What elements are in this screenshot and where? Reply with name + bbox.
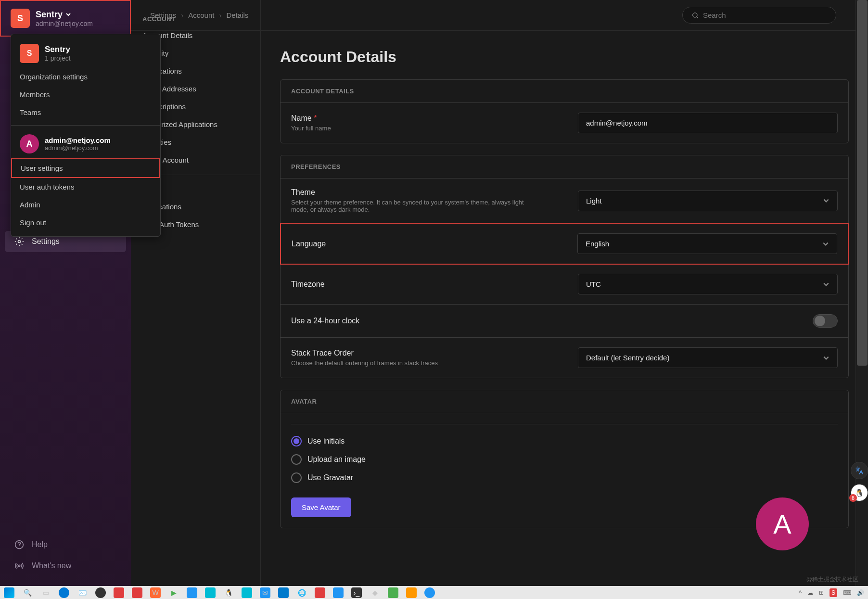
panel-header: PREFERENCES	[281, 155, 848, 178]
chevron-right-icon: ›	[181, 11, 183, 19]
dropdown-item-user-auth-tokens[interactable]: User auth tokens	[11, 178, 160, 196]
org-badge: S	[11, 9, 30, 28]
svg-point-6	[693, 13, 697, 17]
watermark: @稀土掘金技术社区	[806, 575, 858, 584]
name-label: Name *	[291, 114, 578, 123]
name-input[interactable]	[578, 113, 838, 133]
app-icon[interactable]	[205, 587, 216, 598]
radio-icon	[291, 436, 302, 446]
language-label: Language	[292, 240, 577, 248]
assistant-badge[interactable]: 🐧 8	[851, 484, 868, 501]
app-icon[interactable]: 🐧	[223, 587, 234, 598]
clock-toggle[interactable]	[813, 314, 838, 328]
sidebar-item-whats-new[interactable]: What's new	[0, 555, 131, 576]
app-icon[interactable]	[187, 587, 197, 598]
dropdown-org-header[interactable]: S Sentry 1 project	[11, 39, 160, 68]
radio-icon	[291, 454, 302, 465]
stack-select[interactable]: Default (let Sentry decide)	[578, 347, 838, 368]
dropdown-item-teams[interactable]: Teams	[11, 103, 160, 121]
dropdown-item-members[interactable]: Members	[11, 86, 160, 103]
timezone-value: UTC	[586, 280, 601, 288]
theme-value: Light	[586, 197, 602, 205]
app-icon[interactable]	[242, 587, 252, 598]
radio-use-gravatar[interactable]: Use Gravatar	[291, 472, 838, 483]
language-value: English	[586, 240, 609, 248]
radio-label: Upload an image	[307, 455, 366, 464]
org-badge-icon: S	[20, 44, 39, 63]
clock-label: Use a 24-hour clock	[291, 317, 813, 325]
tray-chevron-icon[interactable]: ^	[799, 589, 802, 596]
avatar-preview: A	[756, 497, 809, 550]
app-icon[interactable]: W	[150, 587, 161, 598]
sidebar-item-help[interactable]: Help	[0, 534, 131, 555]
stack-label: Stack Trace Order	[291, 349, 578, 357]
terminal-icon[interactable]: ›_	[351, 587, 362, 598]
chevron-right-icon: ›	[219, 11, 221, 19]
search-icon	[691, 12, 699, 19]
tray-keyboard-icon[interactable]: ⌨	[843, 589, 851, 596]
tray-cloud-icon[interactable]: ☁	[807, 589, 813, 596]
language-select[interactable]: English	[577, 233, 837, 254]
radio-upload-image[interactable]: Upload an image	[291, 454, 838, 465]
app-icon[interactable]	[315, 587, 325, 598]
gear-icon	[14, 237, 24, 246]
theme-select[interactable]: Light	[578, 191, 838, 211]
chevron-down-icon	[823, 355, 830, 361]
search-input[interactable]	[703, 11, 827, 19]
dropdown-item-org-settings[interactable]: Organization settings	[11, 68, 160, 86]
app-icon[interactable]	[406, 587, 417, 598]
radio-label: Use initials	[307, 437, 345, 446]
topbar: Settings › Account › Details	[131, 0, 855, 31]
edge-icon[interactable]	[59, 587, 69, 598]
vscode-icon[interactable]	[278, 587, 289, 598]
translate-badge[interactable]	[851, 462, 868, 479]
badge-count: 8	[849, 494, 857, 502]
tray-ime-icon[interactable]: S	[830, 588, 837, 597]
dropdown-user-sub: admin@netjoy.com	[45, 144, 111, 152]
translate-icon	[855, 466, 864, 475]
app-icon[interactable]	[95, 587, 106, 598]
task-view-button[interactable]: ▭	[40, 587, 51, 598]
start-button[interactable]	[4, 587, 14, 598]
panel-header: ACCOUNT DETAILS	[281, 80, 848, 103]
app-icon[interactable]	[132, 587, 142, 598]
page-title: Account Details	[280, 48, 849, 66]
app-icon[interactable]: ✉	[260, 587, 270, 598]
chevron-down-icon	[823, 281, 830, 288]
dropdown-item-user-settings[interactable]: User settings	[11, 158, 160, 178]
app-icon[interactable]	[388, 587, 398, 598]
help-icon	[14, 540, 24, 549]
chevron-down-icon	[823, 197, 830, 204]
dropdown-item-sign-out[interactable]: Sign out	[11, 214, 160, 231]
breadcrumb-account[interactable]: Account	[188, 11, 214, 19]
app-icon[interactable]	[114, 587, 124, 598]
radio-use-initials[interactable]: Use initials	[291, 436, 838, 446]
panel-header: AVATAR	[281, 390, 848, 413]
timezone-label: Timezone	[291, 280, 578, 289]
save-avatar-button[interactable]: Save Avatar	[291, 497, 351, 517]
timezone-select[interactable]: UTC	[578, 274, 838, 294]
app-icon[interactable]: ◆	[370, 587, 380, 598]
sidebar: S Sentry admin@netjoy.com S Sentry 1 pro…	[0, 0, 131, 586]
divider	[11, 125, 160, 126]
app-icon[interactable]: ▶	[168, 587, 179, 598]
stack-desc: Choose the default ordering of frames in…	[291, 359, 532, 367]
sidebar-item-label: Help	[32, 540, 48, 549]
scrollbar-thumb[interactable]	[857, 0, 868, 366]
chevron-down-icon	[822, 241, 829, 247]
breadcrumb-details: Details	[226, 11, 248, 19]
taskbar: 🔍 ▭ ✉️ W ▶ 🐧 ✉ 🌐 ›_ ◆ ^ ☁ ⊞ S ⌨ 🔊	[0, 586, 868, 599]
app-icon[interactable]	[424, 587, 435, 598]
mail-icon[interactable]: ✉️	[77, 587, 88, 598]
search-button[interactable]: 🔍	[22, 587, 33, 598]
dropdown-item-admin[interactable]: Admin	[11, 196, 160, 214]
tray-volume-icon[interactable]: 🔊	[857, 589, 864, 596]
svg-point-3	[18, 241, 21, 243]
tray-icon[interactable]: ⊞	[819, 589, 824, 596]
app-icon[interactable]	[333, 587, 344, 598]
search-box[interactable]	[682, 7, 836, 24]
chrome-icon[interactable]: 🌐	[296, 587, 307, 598]
breadcrumb-settings[interactable]: Settings	[150, 11, 176, 19]
dropdown-user-header[interactable]: A admin@netjoy.com admin@netjoy.com	[11, 129, 160, 158]
org-switcher[interactable]: S Sentry admin@netjoy.com	[0, 0, 131, 37]
